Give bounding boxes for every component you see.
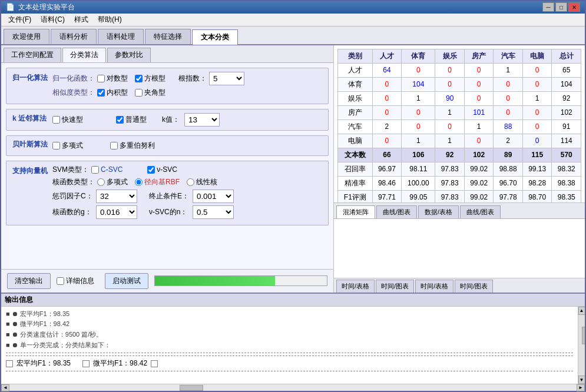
knn-fast-checkbox[interactable] [52,116,60,124]
chart-tab-matrix[interactable]: 混淆矩阵 [336,205,375,218]
normalization-section: 归一化算法 归一化函数： 对数型 方根型 [6,68,329,104]
chart-tab-data[interactable]: 数据/表格 [418,205,459,218]
separator-1 [6,353,573,353]
menu-help[interactable]: 帮助(H) [93,14,127,26]
norm-sqrt-item[interactable]: 方根型 [135,74,165,84]
sub-tab-algorithm[interactable]: 分类算法 [62,48,106,62]
bayes-title: 贝叶斯算法 [12,139,48,150]
output-content-row: ■ ⏺ 宏平均F1：98.35 ■ ⏺ 微平均F1：98.42 ■ ⏺ 分类速度… [1,307,585,384]
minimize-button[interactable]: ─ [542,2,554,12]
matrix-header-label: 类别 [338,49,373,63]
kernel-poly-radio[interactable] [97,178,105,186]
bayes-multinomial-item[interactable]: 多项式 [52,141,83,151]
c-select[interactable]: 3212 [96,190,137,203]
knn-normal-item[interactable]: 普通型 [116,115,147,125]
scroll-left[interactable]: ◄ [1,384,9,391]
right-panel: 类别 人才 体育 娱乐 房产 汽车 电脑 总计 人才 [334,45,585,293]
kernel-rbf-radio[interactable] [135,178,143,186]
separator-2 [6,356,573,356]
kernel-linear-item[interactable]: 线性核 [187,177,217,187]
sim-inner-checkbox[interactable] [97,89,105,97]
kernel-label: 核函数类型： [52,177,95,187]
table-row: 房产 0 0 1 101 0 0 102 [338,105,581,119]
kernel-linear-radio[interactable] [187,178,194,186]
kernel-rbf-item[interactable]: 径向基RBF [135,177,180,187]
scrollbar-up[interactable]: ▲ [578,307,585,315]
bayes-multinomial-checkbox[interactable] [52,142,60,150]
summary-macro: 宏平均F1：98.35 [16,358,71,368]
window-icon: 📄 [6,3,15,11]
svm-nusvc-checkbox[interactable] [147,166,155,174]
summary-checkbox-3[interactable] [151,360,158,367]
svm-csvc-checkbox[interactable] [91,166,99,174]
sub-tab-params[interactable]: 参数对比 [107,48,151,62]
clear-button[interactable]: 清空输出 [7,273,51,289]
title-bar: 📄 文本处理实验平台 ─ □ ✕ [1,1,585,14]
g-select[interactable]: 0.0160.10.5 [96,205,137,219]
bottom-chart-tab-2[interactable]: 时间/图表 [376,280,414,293]
table-row: F1评测 97.71 99.05 97.83 99.02 97.78 98.70… [338,190,581,202]
sub-tab-workspace[interactable]: 工作空间配置 [4,48,61,62]
e-select[interactable]: 0.0010.010.1 [193,190,234,203]
close-button[interactable]: ✕ [568,2,580,12]
separator-3 [6,371,573,371]
detail-checkbox-item[interactable]: 详细信息 [57,276,94,286]
scrollbar-down[interactable]: ▼ [578,376,585,384]
summary-checkbox-2[interactable] [82,360,90,367]
svm-nusvc-item[interactable]: ν-SVC [147,165,177,174]
menu-bar: 文件(F) 语料(C) 样式 帮助(H) [1,14,585,26]
bottom-chart-tab-3[interactable]: 时间/表格 [415,280,453,293]
sim-angle-label: 夹角型 [144,88,165,98]
summary-checkbox-1[interactable] [6,360,13,367]
k-select[interactable]: 135711 [184,113,220,127]
bayes-bernoulli-item[interactable]: 多重伯努利 [110,141,155,151]
start-button[interactable]: 启动测试 [105,273,148,289]
svm-csvc-item[interactable]: C-SVC [91,165,123,174]
chart-tab-bar: 混淆矩阵 曲线/图表 数据/表格 曲线/图表 [334,202,585,219]
tab-welcome[interactable]: 欢迎使用 [4,29,49,44]
sim-inner-item[interactable]: 内积型 [97,88,128,98]
tab-text-classify[interactable]: 文本分类 [192,29,238,45]
tab-feature-select[interactable]: 特征选择 [145,29,191,44]
scroll-right[interactable]: ► [577,384,585,391]
kernel-poly-item[interactable]: 多项式 [97,177,128,187]
menu-corpus[interactable]: 语料(C) [36,14,69,26]
table-row: 汽车 2 0 0 1 88 0 91 [338,119,581,134]
norm-log-checkbox[interactable] [97,75,105,82]
bottom-chart-tab-4[interactable]: 时间/图表 [455,280,493,293]
root-select[interactable]: 532 [209,72,244,85]
knn-fast-item[interactable]: 快速型 [52,115,83,125]
output-line-3: ■ ⏺ 分类速度估计：9500 篇/秒。 [6,330,573,340]
knn-fast-label: 快速型 [62,115,83,125]
main-tab-bar: 欢迎使用 语料分析 语料处理 特征选择 文本分类 [1,26,585,45]
bayes-bernoulli-checkbox[interactable] [110,142,118,150]
bayes-section: 贝叶斯算法 多项式 多重伯努利 [6,135,329,156]
knn-normal-checkbox[interactable] [116,116,124,124]
chart-area [334,219,585,278]
bottom-chart-tab-1[interactable]: 时间/表格 [336,280,375,293]
bayes-multinomial-label: 多项式 [62,141,83,151]
detail-checkbox[interactable] [57,277,64,285]
matrix-area: 类别 人才 体育 娱乐 房产 汽车 电脑 总计 人才 [334,45,585,202]
table-row: 召回率 96.97 98.11 97.83 99.02 98.88 99.13 … [338,162,581,176]
chart-tab-curve2[interactable]: 曲线/图表 [460,205,501,218]
table-row: 电脑 0 1 1 0 2 0 114 [338,134,581,148]
svm-csvc-label: C-SVC [101,165,123,174]
norm-log-item[interactable]: 对数型 [97,74,128,84]
menu-style[interactable]: 样式 [69,14,93,26]
sim-angle-checkbox[interactable] [135,89,143,97]
sim-angle-item[interactable]: 夹角型 [135,88,165,98]
tab-corpus-analysis[interactable]: 语料分析 [51,29,97,44]
norm-sqrt-checkbox[interactable] [135,75,143,82]
table-row: 精准率 98.46 100.00 97.83 99.02 96.70 98.28… [338,176,581,190]
window-title: 文本处理实验平台 [18,2,542,12]
tab-corpus-process[interactable]: 语料处理 [98,29,144,44]
nu-select[interactable]: 0.50.10.3 [193,205,234,219]
scroll-thumb-h[interactable] [180,385,203,391]
matrix-header-rencai: 人才 [372,49,402,63]
e-label: 终止条件E： [149,191,190,201]
maximize-button[interactable]: □ [555,2,567,12]
menu-file[interactable]: 文件(F) [4,14,36,26]
scrollbar-thumb[interactable] [582,327,585,344]
chart-tab-curve1[interactable]: 曲线/图表 [376,205,417,218]
